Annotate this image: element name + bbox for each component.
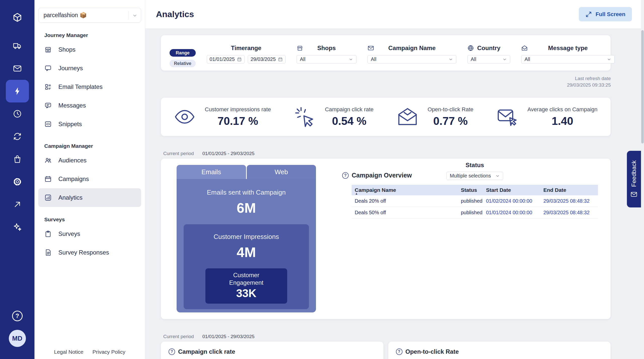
country-select[interactable]: All: [467, 55, 510, 63]
info-icon[interactable]: ?: [342, 172, 349, 179]
fullscreen-label: Full Screen: [595, 11, 625, 18]
scrollbar: [641, 0, 644, 359]
column-end-date[interactable]: End Date: [540, 185, 598, 195]
sidebar-item-shops[interactable]: Shops: [38, 40, 141, 59]
chart-title: Campaign click rate: [178, 348, 235, 355]
campaign-name-select[interactable]: All: [368, 55, 456, 63]
sidebar-item-messages[interactable]: Messages: [38, 96, 141, 115]
message-type-select[interactable]: All: [521, 55, 615, 63]
sidebar-item-campaigns[interactable]: Campaigns: [38, 170, 141, 188]
shipping-icon[interactable]: [6, 34, 29, 57]
range-toggle-button[interactable]: Range: [170, 49, 196, 57]
envelope-cursor-icon: [496, 105, 519, 128]
kpi-label: Open-to-click Rate: [428, 106, 473, 113]
app-logo-icon[interactable]: [11, 11, 24, 24]
start-date-value: 01/01/2025: [210, 56, 235, 62]
mail-icon: [368, 45, 374, 51]
mail-open-icon: [521, 45, 528, 51]
campaign-click-rate-chart: ? Campaign click rate 0.6 %: [161, 341, 384, 359]
info-icon[interactable]: ?: [169, 348, 175, 355]
section-title-surveys: Surveys: [44, 217, 141, 223]
sidebar-item-analytics[interactable]: Analytics: [38, 188, 141, 207]
sidebar-item-snippets[interactable]: Snippets: [38, 115, 141, 133]
funnel-level-emails-sent: Emails sent with Campaign 6M Customer Im…: [177, 179, 316, 312]
automation-icon[interactable]: [6, 80, 29, 102]
current-period-label: Current period: [163, 334, 194, 339]
shops-label: Shops: [317, 45, 336, 52]
country-label: Country: [477, 45, 500, 52]
timerange-filter: Timerange 01/01/2025 29/03/2025: [207, 44, 286, 63]
journey-icon: [44, 64, 52, 72]
export-icon[interactable]: [6, 193, 29, 216]
feedback-tab[interactable]: Feedback: [627, 151, 641, 207]
store-icon: [297, 45, 303, 51]
envelope-open-icon: [396, 105, 419, 128]
kpi-value: 1.40: [528, 115, 597, 127]
page-title: Analytics: [156, 9, 194, 19]
history-icon[interactable]: [6, 102, 29, 125]
expand-icon: [585, 11, 592, 18]
table-row[interactable]: Deals 20% off published 01/02/2024 00:00…: [352, 195, 598, 207]
country-value: All: [471, 56, 476, 62]
legal-notice-link[interactable]: Legal Notice: [54, 349, 84, 355]
feedback-label: Feedback: [630, 160, 637, 187]
open-to-click-rate-chart: ? Open-to-click Rate 1.0 %: [388, 341, 611, 359]
funnel-tabs: Emails Web: [177, 165, 316, 179]
sidebar-item-audiences[interactable]: Audiences: [38, 151, 141, 170]
campaign-name-value: All: [371, 56, 376, 62]
start-date-input[interactable]: 01/01/2025: [207, 55, 245, 63]
funnel-level-impressions: Customer Impressions 4M Customer Engagem…: [184, 224, 309, 309]
end-date-input[interactable]: 29/03/2025: [248, 55, 286, 63]
sidebar-item-survey-responses[interactable]: Survey Responses: [38, 243, 141, 262]
calendar-icon: [278, 57, 283, 62]
campaign-overview-card: Emails Web Emails sent with Campaign 6M …: [161, 158, 611, 319]
sparkles-icon[interactable]: [6, 216, 29, 238]
status-value: Multiple selections: [450, 173, 491, 179]
table-row[interactable]: Deals 50% off published 01/01/2024 00:00…: [352, 207, 598, 219]
settings-icon[interactable]: [6, 170, 29, 193]
sidebar-item-email-templates[interactable]: Email Templates: [38, 78, 141, 96]
fullscreen-button[interactable]: Full Screen: [579, 7, 632, 21]
privacy-policy-link[interactable]: Privacy Policy: [93, 349, 126, 355]
status-select[interactable]: Multiple selections: [447, 172, 503, 180]
help-icon[interactable]: ?: [12, 311, 23, 321]
current-period-value: 01/01/2025 - 29/03/2025: [202, 151, 254, 156]
info-icon[interactable]: ?: [396, 348, 403, 355]
funnel-label: Customer Impressions: [184, 233, 309, 241]
column-status[interactable]: Status: [458, 185, 483, 195]
sidebar-item-surveys[interactable]: Surveys: [38, 225, 141, 243]
sidebar-item-journeys[interactable]: Journeys: [38, 59, 141, 78]
kpi-value: 70.17 %: [205, 115, 271, 127]
relative-toggle-button[interactable]: Relative: [170, 60, 196, 67]
table-header-row: Campaign Name ▲ Status Start Date End Da…: [352, 185, 598, 195]
divider: [129, 11, 129, 20]
status-filter: Status Multiple selections: [447, 162, 503, 180]
avatar[interactable]: MD: [9, 330, 26, 347]
column-start-date[interactable]: Start Date: [483, 185, 540, 195]
country-filter: Country All: [467, 44, 510, 63]
workspace-selector[interactable]: parcelfashion 📦: [38, 8, 141, 23]
chevron-down-icon: [132, 13, 137, 18]
shops-select[interactable]: All: [297, 55, 356, 63]
shops-filter: Shops All: [297, 44, 356, 63]
message-icon: [44, 102, 52, 109]
tab-web[interactable]: Web: [247, 165, 316, 179]
campaign-table: Campaign Name ▲ Status Start Date End Da…: [352, 185, 598, 219]
message-type-value: All: [525, 56, 530, 62]
funnel-label: Emails sent with Campaign: [177, 189, 316, 196]
message-type-filter: Message type All: [521, 44, 615, 63]
last-refresh-label: Last refresh date: [161, 75, 611, 82]
clipboard-icon: [44, 230, 52, 238]
current-period-label: Current period: [163, 151, 194, 156]
mail-icon[interactable]: [6, 57, 29, 80]
scrollbar-thumb[interactable]: [641, 30, 644, 143]
sidebar-footer: Legal Notice Privacy Policy: [34, 349, 145, 355]
sync-icon[interactable]: [6, 125, 29, 148]
current-period-row: Current period 01/01/2025 - 29/03/2025: [163, 334, 611, 339]
globe-icon: [467, 45, 474, 51]
column-campaign-name[interactable]: Campaign Name ▲: [352, 185, 458, 195]
chevron-down-icon: [349, 57, 353, 62]
tab-emails[interactable]: Emails: [177, 165, 246, 179]
shop-bag-icon[interactable]: [6, 148, 29, 170]
campaign-name-label: Campaign Name: [388, 45, 435, 52]
